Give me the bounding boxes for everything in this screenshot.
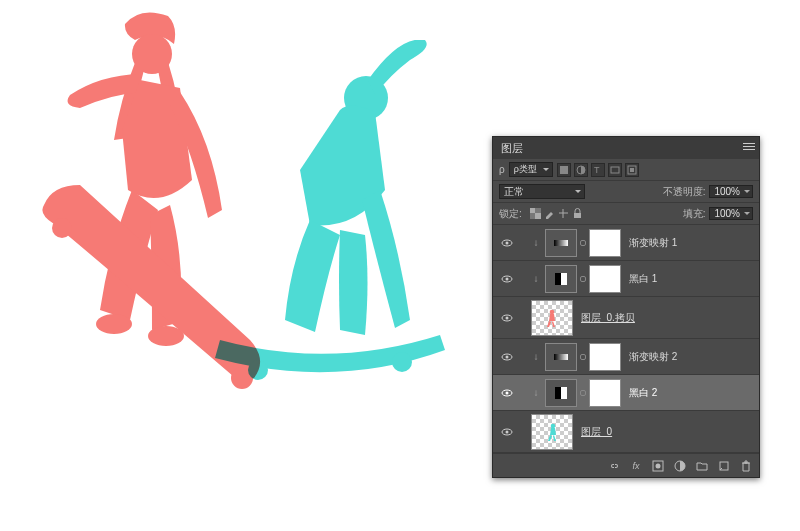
layers-panel: 图层 ρ ρ类型 T 正常 不透明度: 100% 锁定:: [492, 136, 760, 478]
layer-row[interactable]: ↓ 黑白 2: [493, 375, 759, 411]
layer-list: ↓ 渐变映射 1 ↓ 黑白 1: [493, 225, 759, 453]
mask-button[interactable]: [651, 459, 665, 473]
adjustment-thumb: [545, 229, 577, 257]
svg-point-36: [506, 430, 509, 433]
visibility-toggle[interactable]: [497, 273, 517, 285]
lock-position-icon[interactable]: [558, 208, 569, 219]
filter-adjust-icon[interactable]: [574, 163, 588, 177]
lock-label: 锁定:: [499, 207, 522, 221]
blend-opacity-row: 正常 不透明度: 100%: [493, 181, 759, 203]
new-layer-button[interactable]: [717, 459, 731, 473]
panel-tab[interactable]: 图层: [493, 137, 759, 159]
visibility-toggle[interactable]: [497, 387, 517, 399]
svg-point-2: [392, 352, 412, 372]
svg-point-27: [550, 309, 555, 314]
svg-point-32: [506, 391, 509, 394]
link-layers-button[interactable]: [607, 459, 621, 473]
filter-pixel-icon[interactable]: [557, 163, 571, 177]
visibility-toggle[interactable]: [497, 237, 517, 249]
mask-link-icon[interactable]: [580, 276, 586, 282]
filter-shape-icon[interactable]: [608, 163, 622, 177]
layer-filter-row: ρ ρ类型 T: [493, 159, 759, 181]
svg-point-6: [52, 218, 72, 238]
svg-point-29: [506, 355, 509, 358]
adjustment-button[interactable]: [673, 459, 687, 473]
svg-point-19: [506, 241, 509, 244]
svg-text:T: T: [594, 165, 600, 175]
filter-label: ρ: [499, 164, 505, 175]
fill-label: 填充:: [683, 207, 706, 221]
svg-point-39: [656, 463, 661, 468]
figure-red: [40, 10, 340, 410]
svg-rect-17: [574, 213, 581, 218]
visibility-toggle[interactable]: [497, 426, 517, 438]
mask-link-icon[interactable]: [580, 240, 586, 246]
lock-fill-row: 锁定: 填充: 100%: [493, 203, 759, 225]
svg-point-22: [506, 277, 509, 280]
mask-thumb: [589, 265, 621, 293]
svg-rect-20: [554, 240, 568, 246]
mask-thumb: [589, 379, 621, 407]
svg-point-4: [96, 314, 132, 334]
mask-thumb: [589, 343, 621, 371]
lock-all-icon[interactable]: [572, 208, 583, 219]
layer-name: 图层_0.拷贝: [581, 311, 635, 325]
delete-button[interactable]: [739, 459, 753, 473]
clip-indicator: ↓: [531, 237, 541, 248]
svg-rect-8: [560, 166, 568, 174]
svg-point-7: [231, 367, 253, 389]
mask-link-icon[interactable]: [580, 354, 586, 360]
hamburger-icon: [743, 141, 755, 152]
svg-point-26: [506, 316, 509, 319]
clip-indicator: ↓: [531, 273, 541, 284]
layer-name: 黑白 2: [629, 386, 657, 400]
mask-thumb: [589, 229, 621, 257]
svg-rect-16: [535, 213, 541, 219]
clip-indicator: ↓: [531, 351, 541, 362]
fx-button[interactable]: fx: [629, 459, 643, 473]
layer-row[interactable]: ↓ 渐变映射 1: [493, 225, 759, 261]
filter-type-dropdown[interactable]: ρ类型: [509, 162, 553, 177]
visibility-toggle[interactable]: [497, 351, 517, 363]
clip-indicator: ↓: [531, 387, 541, 398]
layer-row[interactable]: 图层_0.拷贝: [493, 297, 759, 339]
mask-link-icon[interactable]: [580, 390, 586, 396]
canvas-preview: [40, 10, 480, 440]
layer-name: 图层_0: [581, 425, 612, 439]
svg-rect-15: [530, 208, 535, 213]
layer-row[interactable]: ↓ 黑白 1: [493, 261, 759, 297]
svg-rect-13: [630, 168, 634, 172]
layer-name: 黑白 1: [629, 272, 657, 286]
layer-row[interactable]: ↓ 渐变映射 2: [493, 339, 759, 375]
filter-type-icon[interactable]: T: [591, 163, 605, 177]
filter-smart-icon[interactable]: [625, 163, 639, 177]
adjustment-thumb: [545, 379, 577, 407]
svg-point-37: [551, 423, 556, 428]
fill-value[interactable]: 100%: [709, 207, 753, 220]
lock-pixels-icon[interactable]: [544, 208, 555, 219]
blend-mode-dropdown[interactable]: 正常: [499, 184, 585, 199]
svg-rect-11: [611, 167, 619, 173]
svg-rect-30: [554, 354, 568, 360]
layer-name: 渐变映射 1: [629, 236, 677, 250]
svg-rect-34: [555, 387, 561, 399]
panel-title: 图层: [501, 141, 523, 156]
layer-row[interactable]: 图层_0: [493, 411, 759, 453]
opacity-value[interactable]: 100%: [709, 185, 753, 198]
panel-menu-button[interactable]: [743, 140, 755, 152]
panel-footer: fx: [493, 453, 759, 477]
group-button[interactable]: [695, 459, 709, 473]
opacity-label: 不透明度:: [663, 185, 706, 199]
image-thumb: [531, 414, 573, 450]
lock-transparency-icon[interactable]: [530, 208, 541, 219]
svg-rect-24: [555, 273, 561, 285]
visibility-toggle[interactable]: [497, 312, 517, 324]
image-thumb: [531, 300, 573, 336]
adjustment-thumb: [545, 343, 577, 371]
layer-name: 渐变映射 2: [629, 350, 677, 364]
adjustment-thumb: [545, 265, 577, 293]
